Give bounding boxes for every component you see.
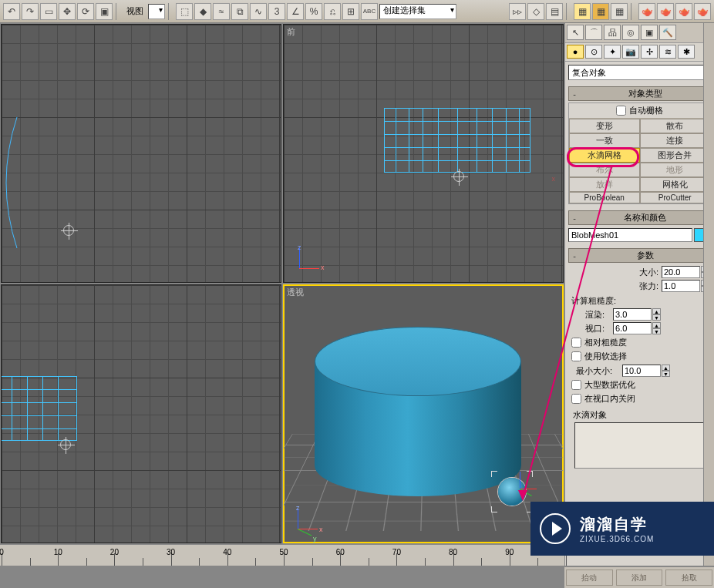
rollout-object-type-header[interactable]: - 对象类型 — [568, 86, 711, 101]
btn-conform[interactable]: 一致 — [569, 133, 640, 148]
timeline-tick-label: 30 — [167, 548, 175, 556]
viewport-top[interactable] — [1, 24, 281, 283]
largedata-checkbox[interactable] — [571, 380, 581, 390]
timeline-tick-label: 60 — [336, 548, 345, 556]
object-type-grid: 自动栅格 变形 散布 一致 连接 水滴网格 图形合并 布尔 地形 放样 网格化 — [568, 102, 711, 204]
panel-icon-1[interactable]: ▦ — [574, 3, 591, 20]
tool-icon-2[interactable]: ◆ — [194, 3, 211, 20]
btn-procutter[interactable]: ProCutter — [640, 192, 711, 203]
tool-icon-1[interactable]: ⬚ — [176, 3, 193, 20]
collapse-btn-3[interactable]: - — [569, 251, 580, 260]
size-spinner[interactable] — [662, 266, 700, 278]
create-helpers-icon[interactable]: ✢ — [641, 45, 658, 59]
object-name-field[interactable]: BlobMesh01 — [568, 228, 692, 242]
viewport-spinner[interactable] — [613, 322, 652, 334]
viewport-perspective[interactable]: 透视 — [283, 284, 564, 543]
close-vp-checkbox[interactable] — [571, 394, 581, 404]
viewport-down[interactable]: ▼ — [652, 328, 661, 334]
rotate-icon[interactable]: ⟳ — [77, 3, 94, 20]
relative-coarse-label: 相对粗糙度 — [584, 337, 627, 348]
tool-icon-9[interactable]: ⎌ — [324, 3, 341, 20]
tab-utilities-icon[interactable]: 🔨 — [659, 25, 676, 40]
render-spinner[interactable] — [613, 308, 652, 321]
timeline-tick-label: 50 — [279, 548, 288, 556]
timeline-ruler[interactable]: 0102030405060708090100 — [0, 544, 564, 566]
teapot-icon-3[interactable]: 🫖 — [675, 3, 692, 20]
create-systems-icon[interactable]: ✱ — [678, 45, 695, 59]
create-cameras-icon[interactable]: 📷 — [622, 45, 639, 59]
tension-spinner[interactable] — [662, 280, 700, 292]
teapot-icon-4[interactable]: 🫖 — [694, 3, 711, 20]
view-label: 视图 — [123, 5, 147, 17]
annotation-arrow-head — [518, 490, 527, 501]
tool-icon-4[interactable]: ⧉ — [231, 3, 248, 20]
tool-icon-5[interactable]: ∿ — [250, 3, 267, 20]
view-dropdown[interactable] — [148, 4, 165, 19]
create-lights-icon[interactable]: ✦ — [604, 45, 621, 59]
status-cell-2[interactable]: 添加 — [616, 570, 663, 586]
blob-object-list[interactable] — [574, 422, 705, 469]
viewport-up[interactable]: ▲ — [652, 322, 661, 328]
viewport-front[interactable]: 前 — [283, 24, 564, 283]
minsize-up[interactable]: ▲ — [662, 365, 670, 371]
teapot-icon-1[interactable]: 🫖 — [638, 3, 655, 20]
tab-hierarchy-icon[interactable]: 品 — [604, 25, 621, 40]
btn-boolean[interactable]: 布尔 — [569, 163, 640, 177]
timeline-tick-label: 0 — [0, 548, 4, 556]
main-area: 前 — [0, 23, 714, 566]
watermark-title: 溜溜自学 — [580, 514, 654, 535]
coarse-heading: 计算粗糙度: — [571, 295, 709, 307]
min-size-label: 最小大小: — [576, 365, 622, 377]
teapot-icon-2[interactable]: 🫖 — [657, 3, 674, 20]
status-cell-3[interactable]: 拾取 — [665, 570, 712, 586]
render-up[interactable]: ▲ — [652, 308, 661, 314]
tool-icon-8[interactable]: % — [305, 3, 322, 20]
create-geometry-icon[interactable]: ● — [567, 45, 584, 59]
object-category-combo[interactable]: 复合对象 — [568, 65, 711, 80]
command-panel: ↖ ⌒ 品 ◎ ▣ 🔨 ● ⊙ ✦ 📷 ✢ ≋ ✱ 复合对象 - 对象类型 — [564, 23, 714, 566]
playback-icon-1[interactable]: ▹▹ — [509, 3, 526, 20]
top-toolbar: ↶ ↷ ▭ ✥ ⟳ ▣ 视图 ⬚ ◆ ≈ ⧉ ∿ 3 ∠ % ⎌ ⊞ ABC 创… — [0, 0, 714, 23]
tab-select-arrow[interactable]: ↖ — [567, 25, 584, 40]
panel-icon-2[interactable]: ▦ — [592, 3, 609, 20]
btn-blobmesh[interactable]: 水滴网格 — [569, 148, 640, 163]
tool-icon-6[interactable]: 3 — [268, 3, 285, 20]
relative-coarse-checkbox[interactable] — [571, 338, 581, 348]
tool-icon-10[interactable]: ⊞ — [342, 3, 359, 20]
redo-icon[interactable]: ↷ — [22, 3, 39, 20]
status-cell-1[interactable]: 抬动 — [566, 570, 613, 586]
tool-icon-3[interactable]: ≈ — [213, 3, 230, 20]
rollout-name-color-header[interactable]: - 名称和颜色 — [568, 210, 711, 225]
soft-select-checkbox[interactable] — [571, 351, 581, 361]
create-set-dropdown[interactable]: 创建选择集 — [379, 4, 456, 19]
select-icon[interactable]: ▭ — [40, 3, 57, 20]
autogrid-checkbox[interactable] — [616, 106, 626, 116]
tab-display-icon[interactable]: ▣ — [641, 25, 658, 40]
create-spacewarps-icon[interactable]: ≋ — [659, 45, 676, 59]
move-icon[interactable]: ✥ — [59, 3, 76, 20]
create-shapes-icon[interactable]: ⊙ — [585, 45, 602, 59]
scale-icon[interactable]: ▣ — [96, 3, 113, 20]
collapse-btn[interactable]: - — [569, 89, 580, 99]
tool-icon-7[interactable]: ∠ — [287, 3, 304, 20]
tab-modify-icon[interactable]: ⌒ — [585, 25, 602, 40]
abc-icon[interactable]: ABC — [361, 3, 378, 20]
panel-scroll-strip[interactable] — [703, 23, 714, 566]
btn-scatter[interactable]: 散布 — [640, 119, 711, 133]
collapse-btn-2[interactable]: - — [569, 213, 580, 223]
btn-mesher[interactable]: 网格化 — [640, 177, 711, 192]
btn-connect[interactable]: 连接 — [640, 133, 711, 148]
btn-shapemerge[interactable]: 图形合并 — [640, 148, 711, 163]
eraser-icon[interactable]: ◇ — [527, 3, 544, 20]
minsize-down[interactable]: ▼ — [662, 371, 670, 377]
undo-icon[interactable]: ↶ — [3, 3, 20, 20]
panel-icon-3[interactable]: ▦ — [611, 3, 628, 20]
btn-morph[interactable]: 变形 — [569, 119, 640, 133]
minsize-spinner[interactable] — [622, 365, 661, 377]
render-down[interactable]: ▼ — [652, 314, 661, 321]
viewport-left[interactable] — [1, 284, 281, 543]
tab-motion-icon[interactable]: ◎ — [622, 25, 639, 40]
autogrid-label: 自动栅格 — [629, 105, 663, 116]
btn-terrain[interactable]: 地形 — [640, 163, 711, 177]
playback-icon-2[interactable]: ▤ — [546, 3, 563, 20]
